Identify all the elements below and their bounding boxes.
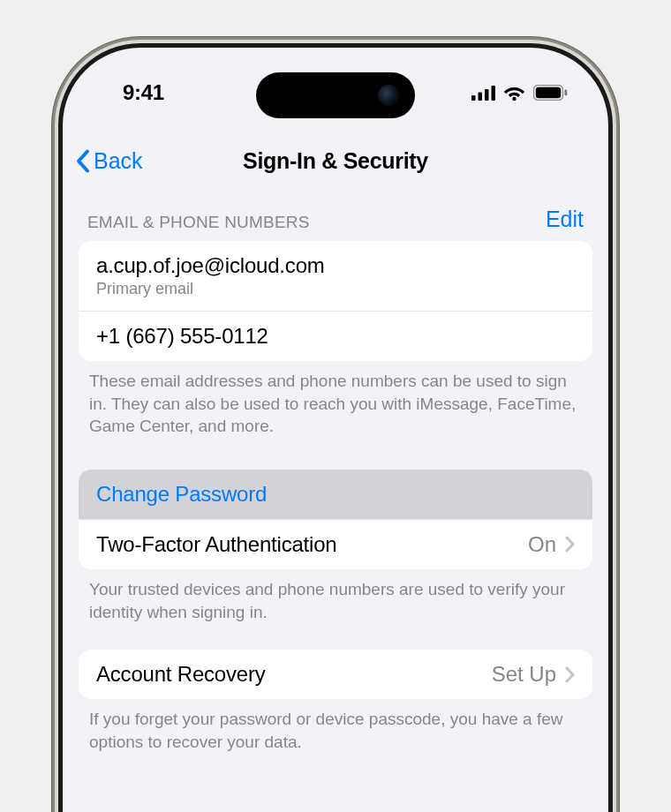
contacts-card: a.cup.of.joe@icloud.com Primary email +1… [79,241,592,361]
email-subtitle: Primary email [96,280,325,298]
svg-rect-3 [492,86,496,101]
section-header-label: EMAIL & PHONE NUMBERS [87,213,310,232]
account-recovery-row[interactable]: Account Recovery Set Up [79,650,592,699]
back-button[interactable]: Back [75,148,143,174]
status-icons [471,85,573,101]
section-header-contacts: EMAIL & PHONE NUMBERS Edit [63,185,608,241]
account-recovery-label: Account Recovery [96,662,266,687]
svg-point-4 [512,97,516,101]
recovery-footer: If you forget your password or device pa… [63,699,608,753]
front-camera-icon [378,85,399,106]
device-frame: 9:41 [63,48,608,812]
phone-value: +1 (667) 555-0112 [96,324,268,349]
change-password-row[interactable]: Change Password [79,470,592,520]
email-row[interactable]: a.cup.of.joe@icloud.com Primary email [79,241,592,312]
page-title: Sign-In & Security [243,148,428,174]
account-recovery-value: Set Up [492,662,556,687]
change-password-label: Change Password [96,482,267,507]
contacts-footer: These email addresses and phone numbers … [63,361,608,438]
battery-icon [533,85,568,101]
svg-rect-7 [565,90,568,96]
two-factor-footer: Your trusted devices and phone numbers a… [63,569,608,623]
wifi-icon [503,85,525,101]
svg-rect-1 [479,92,483,101]
svg-rect-6 [536,87,561,98]
two-factor-label: Two-Factor Authentication [96,532,336,557]
two-factor-row[interactable]: Two-Factor Authentication On [79,520,592,569]
edit-button[interactable]: Edit [546,207,584,232]
screen-content: Back Sign-In & Security EMAIL & PHONE NU… [63,136,608,812]
cellular-icon [471,86,495,101]
recovery-card: Account Recovery Set Up [79,650,592,699]
dynamic-island [256,72,415,118]
svg-rect-2 [485,89,489,101]
nav-bar: Back Sign-In & Security [63,136,608,185]
svg-rect-0 [471,95,476,101]
phone-row[interactable]: +1 (667) 555-0112 [79,312,592,361]
chevron-right-icon [565,536,575,553]
chevron-right-icon [565,666,575,683]
status-time: 9:41 [98,80,164,105]
back-label: Back [94,148,143,174]
two-factor-value: On [528,532,556,557]
email-value: a.cup.of.joe@icloud.com [96,253,325,278]
security-card: Change Password Two-Factor Authenticatio… [79,470,592,569]
chevron-left-icon [75,148,90,173]
